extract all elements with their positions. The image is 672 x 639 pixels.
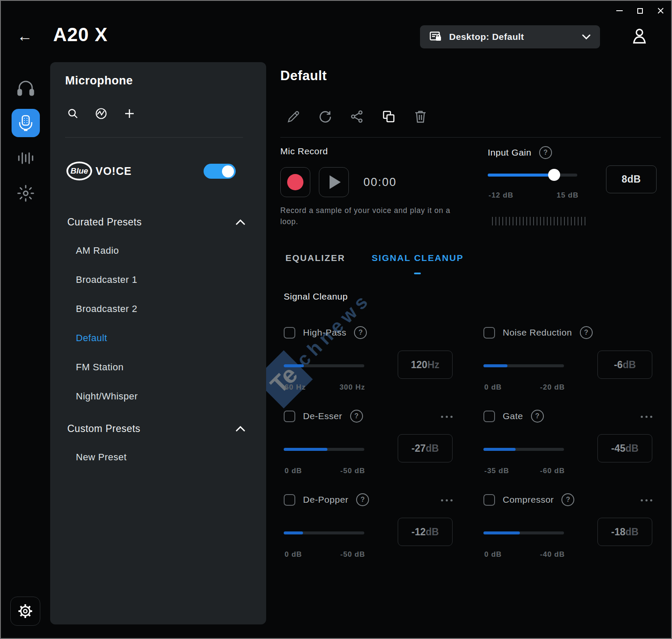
- signal-cleanup-heading: Signal Cleanup: [284, 291, 348, 302]
- explore-button[interactable]: [95, 107, 108, 120]
- record-button[interactable]: [280, 167, 310, 197]
- noise-reduction-checkbox[interactable]: [483, 327, 495, 339]
- preset-default[interactable]: Default: [76, 324, 239, 353]
- more-options-icon[interactable]: [441, 498, 453, 501]
- search-button[interactable]: [66, 107, 79, 120]
- module-high-pass: High-Pass ? 120Hz 60 Hz 300 Hz: [284, 327, 453, 396]
- curated-presets-header[interactable]: Curated Presets: [67, 216, 245, 228]
- divider: [65, 137, 243, 138]
- edit-button[interactable]: [286, 109, 301, 124]
- lighting-icon: [16, 184, 35, 203]
- close-button[interactable]: [656, 6, 665, 15]
- input-gain-value[interactable]: 8dB: [606, 165, 657, 193]
- input-gain-slider[interactable]: [488, 174, 577, 177]
- custom-presets-header[interactable]: Custom Presets: [67, 423, 245, 435]
- de-popper-slider[interactable]: [284, 531, 364, 534]
- more-options-icon[interactable]: [641, 415, 652, 418]
- trash-icon: [414, 110, 427, 123]
- sidebar-item-sound-levels[interactable]: [12, 144, 40, 172]
- selected-preset-title: Default: [280, 68, 327, 84]
- profile-selector-label: Desktop: Default: [449, 32, 575, 42]
- panel-title: Microphone: [65, 74, 133, 87]
- compressor-checkbox[interactable]: [483, 494, 495, 506]
- de-popper-value[interactable]: -12dB: [398, 518, 453, 546]
- blue-voice-row: Blue VO!CE: [66, 162, 246, 180]
- maximize-button[interactable]: [635, 6, 645, 15]
- settings-button[interactable]: [10, 597, 40, 626]
- preset-actions: [286, 109, 428, 124]
- preset-new-preset[interactable]: New Preset: [76, 443, 239, 472]
- divider: [280, 137, 661, 138]
- high-pass-checkbox[interactable]: [284, 327, 295, 339]
- gate-checkbox[interactable]: [483, 411, 495, 422]
- gate-slider[interactable]: [483, 448, 564, 451]
- duplicate-button[interactable]: [381, 109, 396, 124]
- help-icon[interactable]: ?: [356, 493, 369, 506]
- microphone-panel: Microphone: [50, 62, 266, 624]
- preset-broadcaster-1[interactable]: Broadcaster 1: [76, 265, 239, 294]
- main-content: Default: [280, 62, 661, 636]
- tab-signal-cleanup[interactable]: SIGNAL CLEANUP: [372, 253, 463, 274]
- input-gain-max: 15 dB: [557, 191, 579, 200]
- preset-am-radio[interactable]: AM Radio: [76, 236, 239, 265]
- mic-record-description: Record a sample of your voice and play i…: [280, 205, 465, 227]
- help-icon[interactable]: ?: [539, 146, 552, 159]
- tab-equalizer[interactable]: EQUALIZER: [285, 253, 345, 274]
- play-button[interactable]: [319, 167, 349, 197]
- compressor-value[interactable]: -18dB: [597, 518, 652, 546]
- delete-button[interactable]: [413, 109, 428, 124]
- plus-icon: [124, 108, 135, 119]
- noise-reduction-slider[interactable]: [483, 364, 564, 367]
- minimize-button[interactable]: [615, 6, 624, 15]
- record-icon: [287, 174, 303, 190]
- de-esser-value[interactable]: -27dB: [398, 434, 453, 462]
- de-esser-slider[interactable]: [284, 448, 364, 451]
- input-level-meter: [492, 217, 585, 225]
- high-pass-value[interactable]: 120Hz: [398, 351, 453, 379]
- help-icon[interactable]: ?: [354, 326, 367, 339]
- headset-icon: [17, 79, 35, 96]
- compressor-slider[interactable]: [483, 531, 564, 534]
- more-options-icon[interactable]: [641, 498, 652, 501]
- profile-selector[interactable]: Desktop: Default: [420, 25, 600, 48]
- help-icon[interactable]: ?: [350, 410, 363, 423]
- explore-icon: [95, 107, 108, 120]
- de-esser-checkbox[interactable]: [284, 411, 295, 422]
- sidebar-item-microphone[interactable]: [12, 109, 40, 137]
- gear-icon: [17, 603, 34, 620]
- chevron-up-icon: [236, 219, 245, 225]
- noise-reduction-value[interactable]: -6dB: [597, 351, 652, 379]
- preset-night-whisper[interactable]: Night/Whisper: [76, 382, 239, 411]
- input-gain-section: Input Gain ? -12 dB 15 dB 8dB: [488, 146, 661, 159]
- help-icon[interactable]: ?: [531, 410, 544, 423]
- play-icon: [330, 175, 341, 189]
- high-pass-slider[interactable]: [284, 364, 364, 367]
- mic-record-label: Mic Record: [280, 146, 473, 156]
- user-account-button[interactable]: [630, 27, 650, 46]
- sidebar-item-lighting[interactable]: [12, 179, 40, 207]
- gate-value[interactable]: -45dB: [597, 434, 652, 462]
- input-gain-label: Input Gain: [488, 147, 531, 158]
- pencil-icon: [287, 110, 300, 123]
- module-de-popper: De-Popper ? -12dB 0 dB -50 dB: [284, 494, 453, 563]
- sidebar: [1, 74, 50, 214]
- more-options-icon[interactable]: [441, 415, 453, 418]
- add-preset-button[interactable]: [123, 107, 136, 120]
- active-tab-indicator: [414, 273, 421, 274]
- slider-handle[interactable]: [548, 169, 560, 181]
- page-title: A20 X: [53, 24, 108, 45]
- back-button[interactable]: ←: [16, 27, 33, 45]
- preset-broadcaster-2[interactable]: Broadcaster 2: [76, 294, 239, 324]
- share-icon[interactable]: [350, 109, 364, 124]
- blue-voice-wordmark: VO!CE: [96, 165, 132, 177]
- mic-record-section: Mic Record 00:00 Record a sample of your…: [280, 146, 473, 156]
- reset-button[interactable]: [318, 109, 333, 124]
- chevron-up-icon: [236, 426, 245, 432]
- sidebar-item-headset[interactable]: [12, 74, 40, 102]
- de-popper-checkbox[interactable]: [284, 494, 295, 506]
- signal-cleanup-grid: High-Pass ? 120Hz 60 Hz 300 Hz Noise Red…: [284, 327, 652, 563]
- help-icon[interactable]: ?: [561, 493, 574, 506]
- blue-voice-toggle[interactable]: [204, 164, 236, 179]
- preset-fm-station[interactable]: FM Station: [76, 353, 239, 382]
- help-icon[interactable]: ?: [580, 326, 593, 339]
